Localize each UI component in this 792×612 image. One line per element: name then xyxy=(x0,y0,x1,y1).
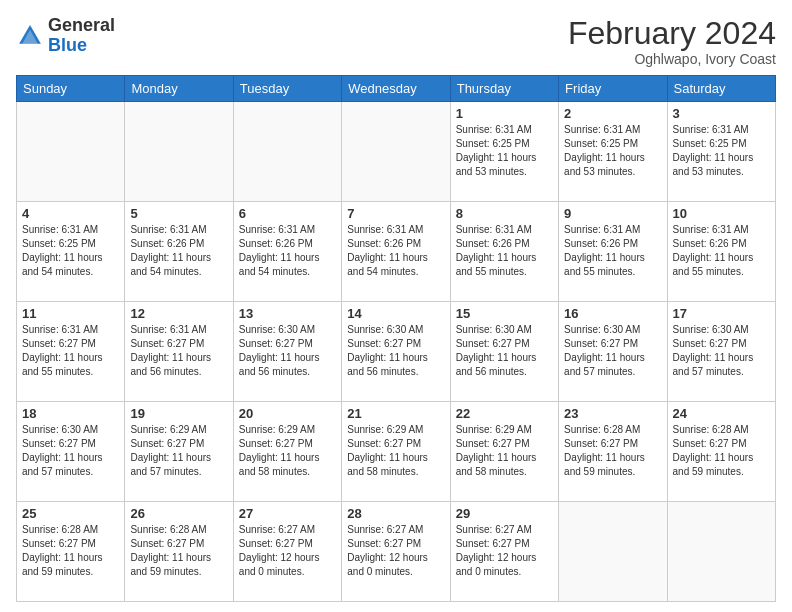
week-row-3: 18Sunrise: 6:30 AMSunset: 6:27 PMDayligh… xyxy=(17,402,776,502)
day-info: Sunrise: 6:28 AMSunset: 6:27 PMDaylight:… xyxy=(564,423,661,479)
day-info: Sunrise: 6:30 AMSunset: 6:27 PMDaylight:… xyxy=(239,323,336,379)
calendar-cell: 19Sunrise: 6:29 AMSunset: 6:27 PMDayligh… xyxy=(125,402,233,502)
day-info: Sunrise: 6:27 AMSunset: 6:27 PMDaylight:… xyxy=(347,523,444,579)
day-info: Sunrise: 6:30 AMSunset: 6:27 PMDaylight:… xyxy=(564,323,661,379)
day-number: 17 xyxy=(673,306,770,321)
day-number: 10 xyxy=(673,206,770,221)
day-info: Sunrise: 6:31 AMSunset: 6:26 PMDaylight:… xyxy=(564,223,661,279)
calendar-cell xyxy=(342,102,450,202)
calendar-cell: 13Sunrise: 6:30 AMSunset: 6:27 PMDayligh… xyxy=(233,302,341,402)
calendar-cell: 17Sunrise: 6:30 AMSunset: 6:27 PMDayligh… xyxy=(667,302,775,402)
day-number: 9 xyxy=(564,206,661,221)
logo-icon xyxy=(16,22,44,50)
calendar-cell: 5Sunrise: 6:31 AMSunset: 6:26 PMDaylight… xyxy=(125,202,233,302)
calendar-cell: 21Sunrise: 6:29 AMSunset: 6:27 PMDayligh… xyxy=(342,402,450,502)
day-number: 23 xyxy=(564,406,661,421)
day-number: 21 xyxy=(347,406,444,421)
day-number: 28 xyxy=(347,506,444,521)
day-info: Sunrise: 6:30 AMSunset: 6:27 PMDaylight:… xyxy=(22,423,119,479)
logo-text: General Blue xyxy=(48,16,115,56)
calendar-cell: 27Sunrise: 6:27 AMSunset: 6:27 PMDayligh… xyxy=(233,502,341,602)
calendar-cell xyxy=(233,102,341,202)
calendar-table: SundayMondayTuesdayWednesdayThursdayFrid… xyxy=(16,75,776,602)
day-number: 29 xyxy=(456,506,553,521)
calendar-cell: 14Sunrise: 6:30 AMSunset: 6:27 PMDayligh… xyxy=(342,302,450,402)
day-info: Sunrise: 6:31 AMSunset: 6:25 PMDaylight:… xyxy=(673,123,770,179)
column-header-sunday: Sunday xyxy=(17,76,125,102)
week-row-4: 25Sunrise: 6:28 AMSunset: 6:27 PMDayligh… xyxy=(17,502,776,602)
calendar-cell: 18Sunrise: 6:30 AMSunset: 6:27 PMDayligh… xyxy=(17,402,125,502)
day-info: Sunrise: 6:31 AMSunset: 6:26 PMDaylight:… xyxy=(456,223,553,279)
day-info: Sunrise: 6:28 AMSunset: 6:27 PMDaylight:… xyxy=(130,523,227,579)
calendar-cell: 12Sunrise: 6:31 AMSunset: 6:27 PMDayligh… xyxy=(125,302,233,402)
calendar-header-row: SundayMondayTuesdayWednesdayThursdayFrid… xyxy=(17,76,776,102)
day-number: 27 xyxy=(239,506,336,521)
calendar-cell: 11Sunrise: 6:31 AMSunset: 6:27 PMDayligh… xyxy=(17,302,125,402)
day-number: 20 xyxy=(239,406,336,421)
calendar-cell: 10Sunrise: 6:31 AMSunset: 6:26 PMDayligh… xyxy=(667,202,775,302)
week-row-1: 4Sunrise: 6:31 AMSunset: 6:25 PMDaylight… xyxy=(17,202,776,302)
calendar-cell: 3Sunrise: 6:31 AMSunset: 6:25 PMDaylight… xyxy=(667,102,775,202)
day-info: Sunrise: 6:29 AMSunset: 6:27 PMDaylight:… xyxy=(456,423,553,479)
day-info: Sunrise: 6:29 AMSunset: 6:27 PMDaylight:… xyxy=(130,423,227,479)
calendar-cell: 20Sunrise: 6:29 AMSunset: 6:27 PMDayligh… xyxy=(233,402,341,502)
day-number: 7 xyxy=(347,206,444,221)
location-subtitle: Oghlwapo, Ivory Coast xyxy=(568,51,776,67)
day-info: Sunrise: 6:29 AMSunset: 6:27 PMDaylight:… xyxy=(347,423,444,479)
calendar-cell: 8Sunrise: 6:31 AMSunset: 6:26 PMDaylight… xyxy=(450,202,558,302)
logo-general: General xyxy=(48,15,115,35)
week-row-0: 1Sunrise: 6:31 AMSunset: 6:25 PMDaylight… xyxy=(17,102,776,202)
day-info: Sunrise: 6:31 AMSunset: 6:26 PMDaylight:… xyxy=(130,223,227,279)
month-title: February 2024 xyxy=(568,16,776,51)
day-number: 13 xyxy=(239,306,336,321)
day-info: Sunrise: 6:31 AMSunset: 6:26 PMDaylight:… xyxy=(673,223,770,279)
calendar-cell: 23Sunrise: 6:28 AMSunset: 6:27 PMDayligh… xyxy=(559,402,667,502)
day-info: Sunrise: 6:31 AMSunset: 6:26 PMDaylight:… xyxy=(239,223,336,279)
day-number: 2 xyxy=(564,106,661,121)
calendar-cell: 4Sunrise: 6:31 AMSunset: 6:25 PMDaylight… xyxy=(17,202,125,302)
day-number: 18 xyxy=(22,406,119,421)
calendar-cell: 28Sunrise: 6:27 AMSunset: 6:27 PMDayligh… xyxy=(342,502,450,602)
header: General Blue February 2024 Oghlwapo, Ivo… xyxy=(16,16,776,67)
day-number: 11 xyxy=(22,306,119,321)
day-info: Sunrise: 6:31 AMSunset: 6:25 PMDaylight:… xyxy=(564,123,661,179)
day-info: Sunrise: 6:27 AMSunset: 6:27 PMDaylight:… xyxy=(239,523,336,579)
logo: General Blue xyxy=(16,16,115,56)
column-header-tuesday: Tuesday xyxy=(233,76,341,102)
logo-blue: Blue xyxy=(48,35,87,55)
calendar-cell xyxy=(667,502,775,602)
column-header-wednesday: Wednesday xyxy=(342,76,450,102)
day-number: 14 xyxy=(347,306,444,321)
calendar-cell: 24Sunrise: 6:28 AMSunset: 6:27 PMDayligh… xyxy=(667,402,775,502)
calendar-cell: 25Sunrise: 6:28 AMSunset: 6:27 PMDayligh… xyxy=(17,502,125,602)
day-info: Sunrise: 6:30 AMSunset: 6:27 PMDaylight:… xyxy=(347,323,444,379)
day-number: 1 xyxy=(456,106,553,121)
column-header-saturday: Saturday xyxy=(667,76,775,102)
column-header-friday: Friday xyxy=(559,76,667,102)
calendar-cell xyxy=(559,502,667,602)
day-number: 22 xyxy=(456,406,553,421)
day-info: Sunrise: 6:30 AMSunset: 6:27 PMDaylight:… xyxy=(673,323,770,379)
page: General Blue February 2024 Oghlwapo, Ivo… xyxy=(0,0,792,612)
day-info: Sunrise: 6:30 AMSunset: 6:27 PMDaylight:… xyxy=(456,323,553,379)
day-info: Sunrise: 6:27 AMSunset: 6:27 PMDaylight:… xyxy=(456,523,553,579)
calendar-cell: 1Sunrise: 6:31 AMSunset: 6:25 PMDaylight… xyxy=(450,102,558,202)
calendar-cell: 26Sunrise: 6:28 AMSunset: 6:27 PMDayligh… xyxy=(125,502,233,602)
day-number: 24 xyxy=(673,406,770,421)
day-info: Sunrise: 6:28 AMSunset: 6:27 PMDaylight:… xyxy=(22,523,119,579)
calendar-cell: 15Sunrise: 6:30 AMSunset: 6:27 PMDayligh… xyxy=(450,302,558,402)
day-number: 6 xyxy=(239,206,336,221)
calendar-cell: 6Sunrise: 6:31 AMSunset: 6:26 PMDaylight… xyxy=(233,202,341,302)
day-info: Sunrise: 6:31 AMSunset: 6:25 PMDaylight:… xyxy=(456,123,553,179)
day-info: Sunrise: 6:31 AMSunset: 6:27 PMDaylight:… xyxy=(130,323,227,379)
day-number: 12 xyxy=(130,306,227,321)
day-number: 25 xyxy=(22,506,119,521)
day-number: 26 xyxy=(130,506,227,521)
day-number: 16 xyxy=(564,306,661,321)
day-number: 15 xyxy=(456,306,553,321)
day-number: 4 xyxy=(22,206,119,221)
day-info: Sunrise: 6:28 AMSunset: 6:27 PMDaylight:… xyxy=(673,423,770,479)
calendar-cell: 9Sunrise: 6:31 AMSunset: 6:26 PMDaylight… xyxy=(559,202,667,302)
day-number: 19 xyxy=(130,406,227,421)
column-header-monday: Monday xyxy=(125,76,233,102)
